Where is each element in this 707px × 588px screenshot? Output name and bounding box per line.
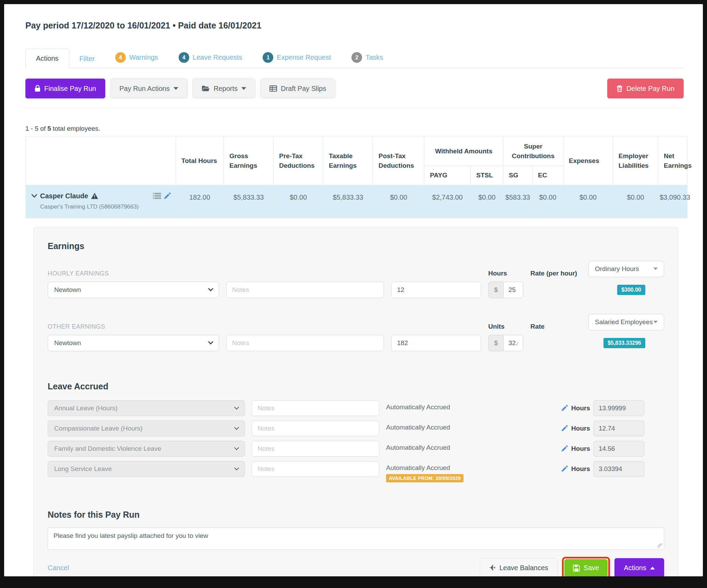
employee-count-range: 1 - 5 of	[25, 125, 46, 132]
cancel-link[interactable]: Cancel	[48, 564, 69, 572]
actions-label: Actions	[624, 564, 646, 572]
draft-pay-slips-button[interactable]: Draft Pay Slips	[260, 79, 335, 98]
edit-pencil-icon[interactable]	[561, 405, 568, 411]
edit-pencil-icon[interactable]	[561, 466, 568, 472]
tab-actions-label: Actions	[36, 55, 59, 62]
leave-hours-input-long-service[interactable]	[594, 461, 644, 477]
col-ec: EC	[532, 166, 563, 185]
hourly-hours-input[interactable]	[391, 282, 481, 298]
auto-accrued-label: Automatically Accrued	[386, 444, 450, 451]
col-taxable: Taxable Earnings	[323, 137, 373, 185]
chevron-down-icon[interactable]	[31, 194, 37, 198]
leave-notes-input-fdv[interactable]	[252, 441, 379, 457]
edit-pencil-icon[interactable]	[164, 192, 171, 199]
tab-tasks[interactable]: 2 Tasks	[341, 47, 393, 68]
leave-hours-input-annual[interactable]	[594, 400, 644, 416]
finalise-pay-run-button[interactable]: Finalise Pay Run	[25, 79, 105, 98]
pay-run-actions-button[interactable]: Pay Run Actions	[110, 79, 188, 98]
pay-run-notes-textarea[interactable]: Please find you latest payslip attached …	[48, 527, 664, 550]
hours-label: Hours	[571, 425, 590, 432]
reports-button[interactable]: Reports	[192, 79, 255, 98]
chevron-down-icon	[208, 339, 214, 345]
leave-category-long-service: Long Service Leave	[54, 465, 112, 473]
expense-request-count-badge: 1	[263, 52, 273, 63]
leave-category-compassionate: Compassionate Leave (Hours)	[54, 425, 143, 432]
hours-column-label: Hours	[488, 270, 523, 277]
leave-balances-button[interactable]: ✈ Leave Balances	[480, 558, 558, 576]
leave-notes-input-long-service[interactable]	[252, 461, 379, 477]
leave-hours-input-compassionate[interactable]	[594, 421, 644, 436]
cell-pre-tax: $0.00	[274, 185, 323, 218]
cell-payg: $2,743.00	[424, 185, 471, 218]
save-button[interactable]: Save	[564, 559, 608, 576]
other-notes-input[interactable]	[226, 335, 384, 351]
tab-expense-request-label: Expense Request	[277, 54, 331, 61]
chevron-down-icon	[234, 425, 239, 430]
employee-name[interactable]: Casper Claude	[40, 192, 88, 200]
hours-label: Hours	[571, 445, 590, 452]
plane-icon: ✈	[489, 564, 495, 572]
tab-filter[interactable]: Filter	[69, 49, 105, 68]
leave-category-select-long-service[interactable]: Long Service Leave	[48, 461, 245, 477]
reports-label: Reports	[214, 85, 238, 93]
col-total-hours: Total Hours	[176, 137, 224, 185]
other-rate-input[interactable]	[503, 335, 523, 351]
cell-stsl: $0.00	[471, 185, 503, 218]
employee-row[interactable]: Casper Claude	[26, 185, 687, 218]
tab-warnings-label: Warnings	[129, 54, 158, 61]
leave-hours-input-fdv[interactable]	[594, 441, 644, 457]
tab-leave-requests[interactable]: 4 Leave Requests	[168, 47, 253, 68]
hourly-notes-input[interactable]	[226, 282, 384, 298]
other-pay-category-value: Salaried Employees	[595, 318, 653, 326]
hourly-rate-group: $	[488, 282, 523, 298]
tab-actions[interactable]: Actions	[25, 49, 69, 68]
actions-button[interactable]: Actions	[614, 558, 664, 576]
rate-column-label: Rate	[530, 323, 581, 330]
tab-tasks-label: Tasks	[366, 54, 383, 61]
hourly-rate-input[interactable]	[503, 282, 523, 298]
col-employer-liabilities: Employer Liabilities	[613, 137, 658, 185]
pay-run-inclusions-icon[interactable]	[153, 193, 161, 199]
col-post-tax: Post-Tax Deductions	[373, 137, 424, 185]
leave-notes-input-compassionate[interactable]	[252, 421, 379, 436]
auto-accrued-label: Automatically Accrued	[386, 424, 450, 431]
caret-up-icon	[650, 567, 655, 569]
edit-pencil-icon[interactable]	[561, 425, 568, 432]
hourly-location-select[interactable]: Newtown	[48, 282, 219, 298]
employee-company: Casper's Training LTD (58606879663)	[40, 203, 171, 210]
leave-category-select-annual[interactable]: Annual Leave (Hours)	[48, 400, 245, 416]
save-label: Save	[584, 564, 599, 572]
tasks-count-badge: 2	[351, 52, 362, 63]
col-employee-header	[26, 137, 176, 185]
earnings-heading: Earnings	[48, 241, 664, 251]
auto-accrued-label: Automatically Accrued	[386, 464, 450, 471]
currency-prefix: $	[488, 282, 503, 298]
other-units-input[interactable]	[391, 335, 481, 351]
cell-gross-earnings: $5,833.33	[224, 185, 274, 218]
col-sg: SG	[503, 166, 532, 185]
tab-filter-label: Filter	[80, 55, 95, 63]
tab-warnings[interactable]: 4 Warnings	[105, 47, 168, 68]
leave-requests-count-badge: 4	[179, 52, 189, 63]
edit-pencil-icon[interactable]	[561, 445, 568, 452]
other-location-select[interactable]: Newtown	[48, 335, 219, 351]
available-from-badge: AVAILABLE FROM: 20/05/2029	[386, 474, 464, 482]
cell-taxable: $5,833.33	[323, 185, 373, 218]
leave-row-compassionate: Compassionate Leave (Hours) Automaticall…	[48, 421, 664, 436]
leave-category-select-compassionate[interactable]: Compassionate Leave (Hours)	[48, 421, 245, 436]
leave-notes-input-annual[interactable]	[252, 400, 379, 416]
hourly-pay-category-select[interactable]: Ordinary Hours	[588, 261, 664, 277]
leave-accrued-heading: Leave Accrued	[48, 381, 664, 391]
pay-run-actions-label: Pay Run Actions	[119, 85, 170, 93]
cell-post-tax: $0.00	[373, 185, 424, 218]
cell-employer-liabilities: $0.00	[613, 185, 658, 218]
screenshot-frame: Pay period 17/12/2020 to 16/01/2021 • Pa…	[0, 0, 707, 588]
leave-category-select-fdv[interactable]: Family and Domestic Violence Leave	[48, 441, 245, 457]
hourly-pay-category-value: Ordinary Hours	[595, 265, 639, 273]
cell-expenses: $0.00	[563, 185, 613, 218]
delete-pay-run-button[interactable]: Delete Pay Run	[607, 79, 684, 98]
leave-row-long-service: Long Service Leave Automatically Accrued…	[48, 461, 664, 482]
tab-expense-request[interactable]: 1 Expense Request	[252, 47, 341, 68]
lock-icon	[35, 85, 40, 92]
other-pay-category-select[interactable]: Salaried Employees	[588, 314, 664, 330]
